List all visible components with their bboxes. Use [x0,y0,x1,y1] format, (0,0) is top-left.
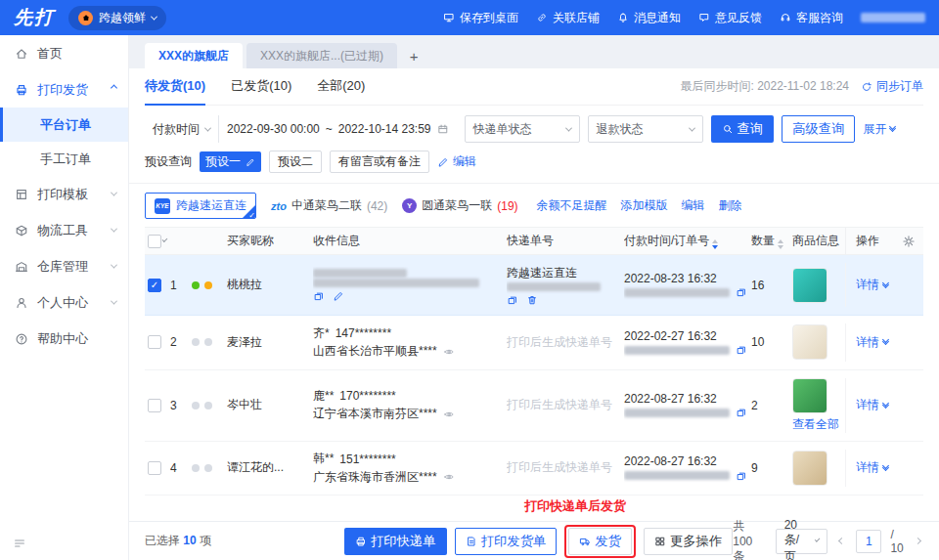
notifications-link[interactable]: 消息通知 [617,10,681,26]
header-pay-time[interactable]: 付款时间/订单号 [624,233,751,249]
copy-icon[interactable] [736,407,747,418]
table-row[interactable]: 2 麦泽拉 齐*147******** 山西省长治市平顺县**** 打印后生成快… [145,316,923,370]
view-all-products-link[interactable]: 查看全部 [792,416,841,433]
refund-status-select[interactable]: 退款状态 [588,115,703,143]
sort-icon[interactable] [712,239,718,249]
more-actions-button[interactable]: 更多操作 [644,528,733,555]
sidebar-item-print-ship[interactable]: 打印发货 [0,71,128,108]
detail-link[interactable]: 详情 [856,397,888,413]
next-page-button[interactable] [913,536,923,546]
table-row[interactable]: 3 岑中壮 鹿**170******** 辽宁省本溪市南芬区**** 打印后生成… [145,370,923,442]
sidebar-item-manual-orders[interactable]: 手工订单 [0,142,128,176]
recipient-info: 鹿**170******** 辽宁省本溪市南芬区**** [313,386,507,424]
product-image[interactable] [792,451,827,486]
feedback-link[interactable]: 意见反馈 [698,10,762,26]
header-qty[interactable]: 数量 [751,233,792,249]
copy-icon[interactable] [507,293,518,307]
sort-icon[interactable] [778,239,783,249]
prev-page-button[interactable] [836,536,847,546]
row-checkbox[interactable] [148,461,161,475]
collapse-sidebar-icon[interactable] [13,537,26,550]
edit-template-link[interactable]: 编辑 [682,197,705,214]
top-bar: 先打 跨越领鲜 保存到桌面 关联店铺 消息通知 意见反馈 客服咨询 [0,0,939,35]
detail-link[interactable]: 详情 [856,277,888,293]
bell-icon [617,12,629,23]
expand-filters-link[interactable]: 展开 [863,121,895,138]
date-range-input[interactable]: 2022-09-30 00:00 ~ 2022-10-14 23:59 [219,115,457,143]
delete-waybill-icon[interactable] [526,293,538,307]
table-row[interactable]: 4 谭江花的... 韩**151******** 广东省珠海市香洲区**** 打… [145,442,923,496]
page-size-select[interactable]: 20条/页 [776,529,828,554]
sidebar-item-help[interactable]: 帮助中心 [0,321,128,357]
print-waybill-button[interactable]: 打印快递单 [344,528,447,555]
copy-icon[interactable] [736,286,747,298]
courier-tab-yto[interactable]: Y 圆通菜鸟一联 (19) [402,197,517,214]
support-link[interactable]: 客服咨询 [780,10,843,26]
row-checkbox[interactable] [148,399,161,412]
pay-time-cell: 2022-08-23 16:32 [624,270,751,300]
search-icon [722,123,734,135]
detail-link[interactable]: 详情 [856,334,888,351]
link-shops-link[interactable]: 关联店铺 [536,10,600,26]
preset-2-tag[interactable]: 预设二 [269,151,322,173]
ship-button[interactable]: 发货 [568,528,632,555]
status-dot [204,464,212,472]
user-icon [15,296,28,310]
save-to-desktop-link[interactable]: 保存到桌面 [443,10,518,26]
balance-alert-link[interactable]: 余额不足提醒 [537,197,607,214]
preset-1-tag[interactable]: 预设一 [200,151,261,172]
edit-address-icon[interactable] [333,289,344,303]
sidebar-item-home[interactable]: 首页 [0,35,128,71]
search-button[interactable]: 查询 [711,115,775,143]
select-all-checkbox[interactable] [148,235,161,248]
shop-tab-expired[interactable]: XXX的旗舰店...(已过期) [246,43,397,68]
double-chevron-down-icon [883,340,888,344]
truck-icon [579,536,591,547]
courier-tab-zto[interactable]: zto 中通菜鸟二联 (42) [271,197,387,214]
courier-tab-kye-direct[interactable]: KYE 跨越速运直连 ✓ [145,193,256,219]
product-image[interactable] [792,324,827,360]
product-image[interactable] [792,378,827,413]
advanced-search-button[interactable]: 高级查询 [782,115,855,143]
row-checkbox[interactable] [148,335,161,349]
sidebar-item-platform-orders[interactable]: 平台订单 [0,108,128,142]
tab-all[interactable]: 全部(20) [317,68,365,106]
sidebar-item-warehouse[interactable]: 仓库管理 [0,248,128,284]
waybill-status-select[interactable]: 快递单状态 [465,115,580,143]
eye-icon[interactable] [443,471,455,483]
shop-tab-active[interactable]: XXX的旗舰店 [145,43,243,68]
copy-icon[interactable] [736,344,747,356]
header-product: 商品信息 [792,233,845,249]
selected-count-info: 已选择 10 项 [145,533,282,549]
add-template-link[interactable]: 添加模版 [621,197,668,214]
eye-icon[interactable] [443,409,455,420]
sidebar-item-logistics-tools[interactable]: 物流工具 [0,212,128,248]
waybill-placeholder: 打印后生成快递单号 [507,397,624,413]
tab-pending-shipment[interactable]: 待发货(10) [145,68,205,106]
shop-selector-dropdown[interactable]: 跨越领鲜 [68,6,166,30]
sidebar-item-print-templates[interactable]: 打印模板 [0,176,128,212]
eye-icon[interactable] [443,346,455,358]
status-dot [204,338,212,346]
copy-icon[interactable] [736,470,747,482]
add-shop-tab-button[interactable]: + [401,43,426,68]
delete-template-link[interactable]: 删除 [719,197,742,214]
copy-icon[interactable] [313,289,325,303]
pay-time-type-select[interactable]: 付款时间 [145,115,218,143]
has-note-filter-tag[interactable]: 有留言或有备注 [330,151,429,173]
sync-orders-button[interactable]: 同步订单 [861,78,923,95]
row-checkbox[interactable]: ✓ [148,279,161,292]
selection-dropdown-icon[interactable] [162,237,168,242]
preset-query-bar: 预设查询 预设一 预设二 有留言或有备注 编辑 [145,151,923,173]
tab-shipped[interactable]: 已发货(10) [231,68,291,106]
annotation-ship-after-print: 打印快递单后发货 [524,497,626,515]
table-row[interactable]: ✓ 1 桃桃拉 跨越速运直连 2022-08-23 [145,255,923,316]
edit-presets-link[interactable]: 编辑 [437,153,476,170]
current-page-input[interactable]: 1 [856,530,881,553]
print-invoice-button[interactable]: 打印发货单 [455,528,558,555]
grid-icon [654,536,666,547]
sidebar-item-profile[interactable]: 个人中心 [0,284,128,321]
column-settings-gear-icon[interactable] [902,235,916,248]
detail-link[interactable]: 详情 [856,459,888,476]
product-image[interactable] [792,268,827,303]
